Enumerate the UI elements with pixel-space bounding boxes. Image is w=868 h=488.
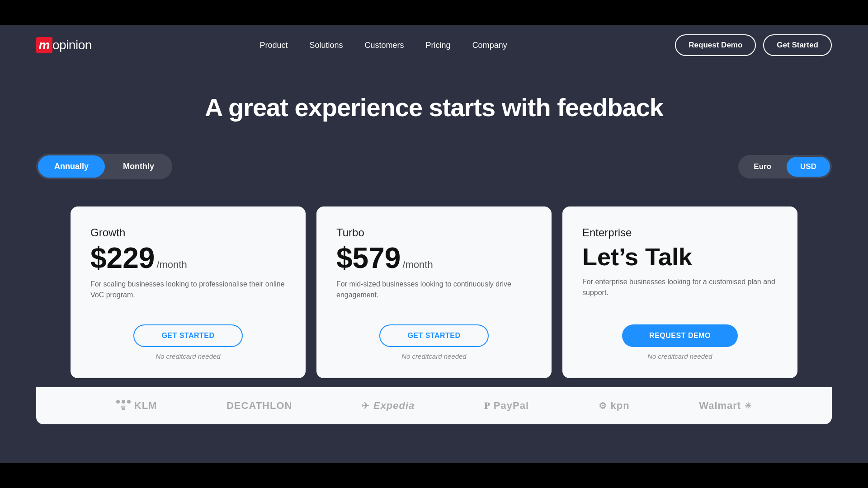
billing-toggle: Annually Monthly — [36, 154, 172, 179]
growth-period: /month — [156, 259, 187, 271]
nav-link-pricing[interactable]: Pricing — [426, 41, 451, 50]
main-content: m opinion Product Solutions Customers Pr… — [0, 25, 868, 463]
turbo-price: $579 — [336, 244, 401, 272]
decathlon-logo: DECATHLON — [226, 400, 292, 412]
enterprise-request-demo-button[interactable]: REQUEST DEMO — [622, 324, 738, 347]
navbar: m opinion Product Solutions Customers Pr… — [0, 25, 868, 66]
nav-item-solutions[interactable]: Solutions — [310, 41, 343, 50]
growth-get-started-button[interactable]: GET STARTED — [133, 324, 242, 347]
hero-section: A great experience starts with feedback — [0, 66, 868, 140]
turbo-description: For mid-sized businesses looking to cont… — [336, 279, 532, 310]
get-started-nav-button[interactable]: Get Started — [763, 34, 832, 56]
nav-link-product[interactable]: Product — [259, 41, 288, 50]
nav-links: Product Solutions Customers Pricing Comp… — [259, 41, 507, 50]
kpn-text: kpn — [611, 400, 630, 412]
walmart-logo: Walmart ✳ — [699, 400, 752, 412]
logo-text: opinion — [52, 38, 92, 52]
monthly-toggle-button[interactable]: Monthly — [107, 155, 170, 178]
nav-item-company[interactable]: Company — [472, 41, 507, 50]
growth-price: $229 — [90, 244, 155, 272]
growth-price-row: $229 /month — [90, 244, 187, 272]
currency-toggle: Euro USD — [738, 155, 832, 178]
enterprise-description: For enterprise businesses looking for a … — [582, 277, 778, 310]
decathlon-text: DECATHLON — [226, 400, 292, 412]
brands-bar: ♛ KLM DECATHLON ✈ Expedia 𝐏 PayPal ⚙ kpn… — [36, 387, 832, 424]
nav-link-solutions[interactable]: Solutions — [310, 41, 343, 50]
euro-currency-button[interactable]: Euro — [740, 157, 785, 177]
growth-plan-name: Growth — [90, 226, 125, 239]
growth-cta-area: GET STARTED No creditcard needed — [90, 324, 286, 360]
klm-text: KLM — [134, 400, 157, 412]
expedia-logo: ✈ Expedia — [362, 400, 415, 412]
paypal-text: PayPal — [494, 400, 529, 412]
nav-link-customers[interactable]: Customers — [365, 41, 404, 50]
turbo-get-started-button[interactable]: GET STARTED — [379, 324, 488, 347]
paypal-logo: 𝐏 PayPal — [484, 400, 529, 412]
kpn-logo: ⚙ kpn — [599, 400, 630, 412]
growth-no-creditcard: No creditcard needed — [156, 352, 220, 360]
nav-link-company[interactable]: Company — [472, 41, 507, 50]
growth-description: For scaling businesses looking to profes… — [90, 279, 286, 310]
walmart-text: Walmart — [699, 400, 741, 412]
enterprise-lets-talk: Let’s Talk — [582, 244, 692, 270]
enterprise-plan-name: Enterprise — [582, 226, 632, 239]
turbo-plan-name: Turbo — [336, 226, 364, 239]
klm-logo: ♛ KLM — [116, 400, 157, 412]
pricing-card-turbo: Turbo $579 /month For mid-sized business… — [316, 206, 552, 378]
pricing-card-growth: Growth $229 /month For scaling businesse… — [71, 206, 306, 378]
request-demo-button[interactable]: Request Demo — [675, 34, 756, 56]
expedia-text: Expedia — [373, 400, 415, 412]
turbo-period: /month — [402, 259, 433, 271]
toggle-row: Annually Monthly Euro USD — [0, 145, 868, 188]
nav-buttons: Request Demo Get Started — [675, 34, 832, 56]
usd-currency-button[interactable]: USD — [787, 157, 830, 177]
logo[interactable]: m opinion — [36, 37, 92, 53]
turbo-no-creditcard: No creditcard needed — [401, 352, 466, 360]
klm-crown-icon: ♛ — [116, 400, 131, 412]
nav-item-product[interactable]: Product — [259, 41, 288, 50]
logo-m-icon: m — [36, 37, 52, 53]
nav-item-customers[interactable]: Customers — [365, 41, 404, 50]
nav-item-pricing[interactable]: Pricing — [426, 41, 451, 50]
annually-toggle-button[interactable]: Annually — [38, 155, 105, 178]
pricing-card-enterprise: Enterprise Let’s Talk For enterprise bus… — [562, 206, 797, 378]
walmart-star-icon: ✳ — [745, 401, 752, 411]
turbo-cta-area: GET STARTED No creditcard needed — [336, 324, 532, 360]
top-bar — [0, 0, 868, 25]
enterprise-cta-area: REQUEST DEMO No creditcard needed — [582, 324, 778, 360]
hero-headline: A great experience starts with feedback — [36, 93, 832, 122]
enterprise-no-creditcard: No creditcard needed — [647, 352, 712, 360]
turbo-price-row: $579 /month — [336, 244, 433, 272]
pricing-cards-container: Growth $229 /month For scaling businesse… — [0, 188, 868, 387]
